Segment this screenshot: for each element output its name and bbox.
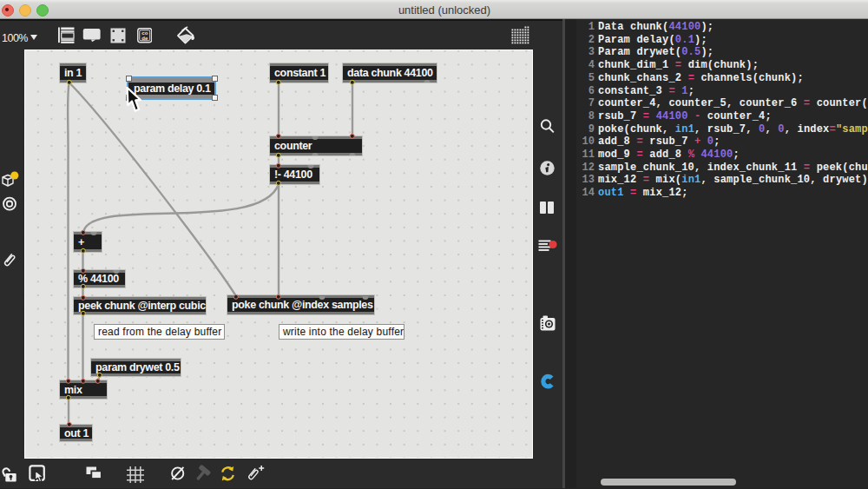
svg-text:de: de: [141, 36, 148, 41]
svg-text:co: co: [141, 30, 148, 36]
